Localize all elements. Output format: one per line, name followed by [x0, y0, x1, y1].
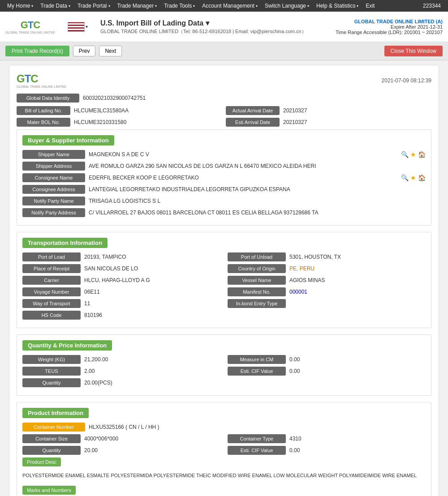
user-code: 223344	[419, 3, 444, 9]
nav-account-management[interactable]: Account Management ▾	[198, 3, 261, 9]
place-of-receipt-row: Place of Receipt SAN NICOLAS DE LO	[22, 264, 220, 273]
product-quantity-value: 20.00	[84, 447, 98, 453]
consignee-name-value: EDERFIL BECKER KOOP E LEGORRETAKO	[89, 175, 397, 181]
shipper-name-value: MAGNEKON S A DE C V	[89, 151, 397, 158]
nav-trade-manager[interactable]: Trade Manager ▾	[114, 3, 161, 9]
prev-button[interactable]: Prev	[73, 46, 96, 56]
port-of-unload-label: Port of Unload	[228, 252, 286, 261]
next-button[interactable]: Next	[99, 46, 122, 56]
actual-arrival-date-row: Actual Arrival Date 20210327	[226, 106, 431, 115]
container-type-label: Container Type	[228, 434, 286, 443]
mater-bol-value: HLCUME3210331580	[74, 119, 222, 125]
consignee-address-row: Consignee Address LANTEGIAL LEGORRETAKO …	[22, 185, 426, 194]
quantity-price-section: Quantity & Price Information Weight (KG)…	[17, 334, 431, 396]
star-icon[interactable]: ★	[410, 151, 416, 158]
container-size-label: Container Size	[22, 434, 81, 443]
chevron-down-icon: ▾	[69, 4, 70, 8]
quantity-row: Quantity 20.00(PCS)	[22, 378, 220, 387]
nav-trade-tools[interactable]: Trade Tools ▾	[160, 3, 198, 9]
product-esti-cif-value: 0.00	[289, 447, 300, 453]
time-range-info: Time Range Accessible (LDR): 201001 ~ 20…	[336, 30, 443, 35]
measure-in-cm-row: Measure in CM 0.00	[228, 355, 426, 364]
notify-party-address-label: Notify Party Address	[22, 208, 85, 217]
header: GTC GLOBAL TRADE ONLINE LIMITED ▾ U.S. I…	[0, 12, 448, 42]
hs-code-row: HS Code 810196	[22, 311, 426, 320]
esti-arrival-date-row: Esti Arrival Date 20210327	[226, 118, 431, 127]
hs-code-value: 810196	[84, 312, 102, 318]
port-of-load-value: 20193, TAMPICO	[84, 254, 126, 260]
hs-code-label: HS Code	[22, 311, 81, 320]
product-section-title: Product Information	[22, 408, 89, 418]
way-of-transport-value: 11	[84, 300, 90, 307]
buyer-supplier-section: Buyer & Supplier Information Shipper Nam…	[17, 129, 431, 226]
marks-block: Marks and Numbers . . . . .	[22, 482, 426, 496]
nav-trade-portal[interactable]: Trade Portal ▾	[74, 3, 114, 9]
bol-no-label: Bill of Lading No.	[17, 106, 70, 115]
product-section: Product Information Container Number HLX…	[17, 402, 431, 496]
search-icon[interactable]: 🔍	[401, 174, 409, 181]
voyage-number-row: Voyage Number 06E11	[22, 287, 220, 296]
star-icon[interactable]: ★	[410, 174, 416, 181]
manifest-no-value: 000001	[289, 289, 307, 295]
bol-left: Bill of Lading No. HLCUME3LC31580AA	[17, 106, 222, 115]
nav-trade-data[interactable]: Trade Data ▾	[37, 3, 74, 9]
port-of-unload-row: Port of Unload 5301, HOUSTON, TX	[228, 252, 426, 261]
consignee-name-row: Consignee Name EDERFIL BECKER KOOP E LEG…	[22, 173, 426, 182]
product-desc-block: Product Desc POLYESTERMIDE ENAMEL ESMALT…	[22, 458, 426, 482]
global-identity-value: 600320210329000742751	[83, 95, 146, 101]
measure-in-cm-label: Measure in CM	[228, 355, 286, 364]
esti-cif-value-label: Esti. CIF Value	[228, 367, 286, 376]
container-type-value: 4310	[289, 436, 302, 442]
nav-switch-language[interactable]: Switch Language ▾	[261, 3, 313, 9]
container-size-value: 4000*006*000	[84, 436, 118, 442]
way-of-transport-row: Way of Transport 11	[22, 299, 220, 308]
mater-bol-row: Mater BOL No. HLCUME3210331580 Esti Arri…	[17, 118, 431, 127]
product-quantity-label: Quantity	[22, 446, 81, 455]
consignee-address-label: Consignee Address	[22, 185, 85, 194]
esti-arrival-value: 20210327	[283, 119, 431, 125]
shipper-icons: 🔍 ★ 🏠	[401, 151, 426, 158]
search-icon[interactable]: 🔍	[401, 151, 409, 158]
product-desc-value: POLYESTERMIDE ENAMEL ESMALTE POLYESTERMI…	[22, 469, 426, 482]
nav-help-statistics[interactable]: Help & Statistics ▾	[313, 3, 362, 9]
document-timestamp: 2021-07-09 08:12:39	[382, 77, 431, 84]
country-of-origin-value: PE, PERU	[289, 265, 314, 272]
notify-party-name-row: Notify Party Name TRISAGA LG LOGISTICS S…	[22, 197, 426, 205]
quantity-value: 20.00(PCS)	[84, 380, 112, 386]
actual-arrival-date-label: Actual Arrival Date	[226, 106, 280, 115]
close-window-button[interactable]: Close This Window	[384, 46, 443, 56]
top-navigation: My Home ▾ Trade Data ▾ Trade Portal ▾ Tr…	[0, 0, 448, 12]
nav-exit[interactable]: Exit	[362, 3, 378, 9]
transportation-section: Transportation Information Port of Load …	[17, 232, 431, 328]
chevron-down-icon: ▾	[31, 4, 33, 8]
bol-no-value: HLCUME3LC31580AA	[74, 107, 222, 114]
home-icon[interactable]: 🏠	[418, 151, 426, 158]
product-esti-cif-row: Esti. CIF Value 0.00	[228, 446, 426, 455]
container-size-row: Container Size 4000*006*000	[22, 434, 220, 443]
nav-my-home[interactable]: My Home ▾	[4, 3, 37, 9]
notify-party-name-label: Notify Party Name	[22, 197, 85, 205]
teus-label: TEUS	[22, 367, 81, 376]
header-account-info: GLOBAL TRADE ONLINE LIMITED (A) Expire A…	[336, 19, 443, 35]
weight-value: 21,200.00	[84, 356, 108, 363]
carrier-label: Carrier	[22, 276, 81, 285]
quantity-price-section-title: Quantity & Price Information	[22, 340, 112, 351]
port-of-unload-value: 5301, HOUSTON, TX	[289, 254, 341, 260]
home-icon[interactable]: 🏠	[418, 174, 426, 181]
consignee-address-value: LANTEGIAL LEGORRETAKO INDUSTRIALDEA LEGO…	[89, 186, 426, 192]
esti-arrival-label: Esti Arrival Date	[226, 118, 280, 127]
actual-arrival-date-value: 20210327	[283, 107, 431, 114]
global-identity-label: Global Data Identity	[17, 94, 79, 103]
port-of-load-row: Port of Load 20193, TAMPICO	[22, 252, 220, 261]
in-bond-entry-type-label: In-bond Entry Type	[228, 299, 286, 308]
shipper-address-label: Shipper Address	[22, 162, 85, 171]
product-desc-label: Product Desc	[22, 458, 61, 466]
document-content: GTC GLOBAL TRADE ONLINE LIMITED 2021-07-…	[9, 65, 439, 496]
manifest-no-label: Manifest No.	[228, 287, 286, 296]
flag-dropdown[interactable]: ▾	[68, 22, 88, 32]
chevron-down-icon: ▾	[193, 4, 195, 8]
notify-party-address-value: C/ VILLARROEL 27 BAJOS 08011 BARCELONA C…	[89, 210, 426, 216]
container-number-label: Container Number	[22, 423, 85, 432]
print-button[interactable]: Print Trade Record(s)	[5, 46, 69, 56]
marks-label: Marks and Numbers	[22, 486, 76, 495]
